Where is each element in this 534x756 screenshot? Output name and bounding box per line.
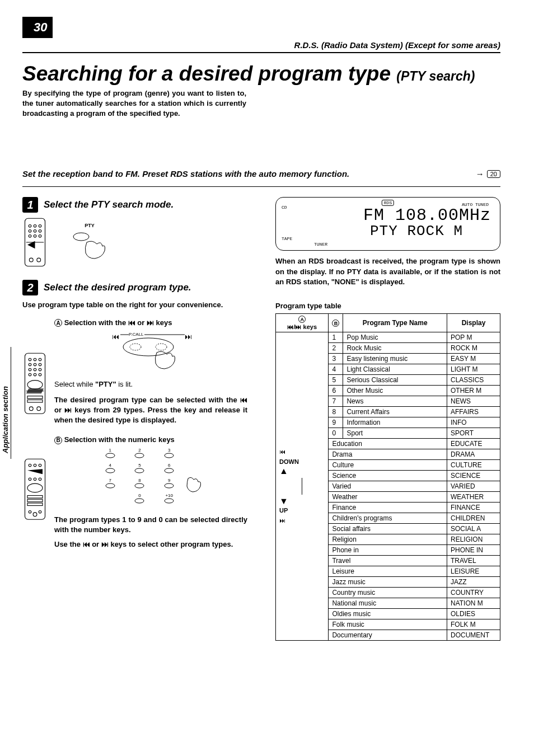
col-a-sublabel: ⏮/⏭ keys <box>287 323 317 330</box>
svg-point-6 <box>39 230 41 233</box>
program-type-name: Drama <box>329 449 447 460</box>
page-ref-number: 20 <box>487 170 500 178</box>
svg-point-57 <box>165 468 174 473</box>
tape-label: TAPE <box>282 234 292 243</box>
program-type-name: Weather <box>329 492 447 503</box>
tuner-display-panel: RDS CD TAPE AUTO TUNED FM 108.00MHz PTY … <box>275 197 500 251</box>
display-line-2: PTY ROCK M <box>282 224 494 238</box>
arrow-up-icon: ▲ <box>279 467 325 476</box>
program-type-name: Pop Music <box>343 332 447 343</box>
remote-control-icon <box>22 217 48 270</box>
remote-control-icon <box>22 352 48 430</box>
step-1-badge: 1 <box>22 197 38 213</box>
step-2a-para: The desired program type can be selected… <box>54 395 247 426</box>
svg-point-2 <box>34 225 36 228</box>
key-8: 8 <box>130 478 149 490</box>
col-a-header: A ⏮/⏭ keys <box>276 313 329 332</box>
program-type-name: Sport <box>343 428 447 439</box>
svg-point-43 <box>34 478 36 481</box>
program-type-name: Country music <box>329 588 447 598</box>
svg-point-56 <box>135 468 144 473</box>
program-type-name: Education <box>329 439 447 449</box>
cd-label: CD <box>282 203 292 212</box>
program-type-name: News <box>343 396 447 407</box>
step-2b-heading-text: Selection with the numeric keys <box>64 435 175 444</box>
display-code: OTHER M <box>447 386 500 396</box>
left-column: 1 Select the PTY search mode. PTY 2 <box>22 197 247 641</box>
svg-point-61 <box>135 499 144 503</box>
svg-point-30 <box>37 406 41 410</box>
program-type-name: Documentary <box>329 630 447 641</box>
col-name-header: Program Type Name <box>343 313 447 332</box>
table-caption: Program type table <box>275 302 500 310</box>
program-type-name: Current Affairs <box>343 407 447 417</box>
svg-point-52 <box>106 453 115 458</box>
program-type-name: Jazz music <box>329 577 447 588</box>
display-code: TRAVEL <box>447 556 500 566</box>
display-code: CHILDREN <box>447 513 500 524</box>
step-1-illustrations: PTY <box>22 217 247 270</box>
step-1-header: 1 Select the PTY search mode. <box>22 197 247 213</box>
svg-point-54 <box>165 453 174 458</box>
program-type-table: A ⏮/⏭ keys B Program Type Name Display ⏮… <box>275 313 500 641</box>
up-label: UP <box>279 506 325 516</box>
program-type-name: Other Music <box>343 386 447 396</box>
display-code: VARIED <box>447 481 500 492</box>
svg-point-20 <box>29 368 31 371</box>
display-code: CULTURE <box>447 460 500 471</box>
down-label: DOWN <box>279 457 325 467</box>
display-code: EDUCATE <box>447 439 500 449</box>
svg-point-21 <box>34 368 36 371</box>
page-number: 30 <box>22 17 53 38</box>
line1-pre: Select while <box>54 380 95 388</box>
step-2-intro: Use program type table on the right for … <box>22 300 247 310</box>
display-code: RELIGION <box>447 534 500 545</box>
remote-control-icon <box>22 458 48 554</box>
key-3: 3 <box>160 448 179 459</box>
pty-button-illustration: PTY <box>70 223 109 264</box>
pcall-label: P.CALL <box>129 332 144 337</box>
pty-label: PTY <box>70 223 109 228</box>
step-2-header: 2 Select the desired program type. <box>22 280 247 295</box>
svg-point-4 <box>29 230 31 233</box>
thin-rule <box>22 186 500 187</box>
program-type-name: Easy listening music <box>343 354 447 364</box>
svg-point-62 <box>165 499 174 503</box>
step-2b-para1: The program types 1 to 9 and 0 can be se… <box>54 515 247 535</box>
display-code: COUNTRY <box>447 588 500 598</box>
col-display-header: Display <box>447 313 500 332</box>
svg-point-55 <box>106 468 115 473</box>
svg-point-37 <box>156 344 167 350</box>
step-2-title: Select the desired program type. <box>44 282 191 293</box>
program-type-name: Folk music <box>329 619 447 630</box>
svg-point-25 <box>39 373 41 376</box>
title-main: Searching for a desired program type <box>22 62 391 85</box>
rds-note: When an RDS broadcast is received, the p… <box>275 256 500 287</box>
svg-point-40 <box>34 464 36 467</box>
svg-point-39 <box>29 464 31 467</box>
intro-paragraph: By specifying the type of program (genre… <box>22 88 246 119</box>
arrow-down-icon: ▼ <box>279 497 325 506</box>
svg-point-14 <box>29 358 31 361</box>
display-code: SPORT <box>447 428 500 439</box>
step-2b-heading: B Selection with the numeric keys <box>54 435 247 444</box>
svg-point-29 <box>29 406 33 410</box>
step-2a-line1: Select while "PTY" is lit. <box>54 379 247 389</box>
row-number: 2 <box>329 343 343 354</box>
key-5: 5 <box>130 463 149 475</box>
program-type-name: Varied <box>329 481 447 492</box>
svg-point-24 <box>34 373 36 376</box>
key-6: 6 <box>160 463 179 475</box>
display-code: OLDIES <box>447 609 500 619</box>
svg-point-19 <box>39 363 41 366</box>
line1-bold: "PTY" <box>95 380 116 388</box>
program-type-name: Religion <box>329 534 447 545</box>
row-number: 3 <box>329 354 343 364</box>
program-type-name: Culture <box>329 460 447 471</box>
program-type-name: Travel <box>329 556 447 566</box>
svg-point-42 <box>29 478 31 481</box>
line1-post: is lit. <box>116 380 133 388</box>
svg-point-7 <box>29 235 31 238</box>
right-column: RDS CD TAPE AUTO TUNED FM 108.00MHz PTY … <box>275 197 500 641</box>
skip-prev-icon: ⏮ <box>279 447 325 457</box>
